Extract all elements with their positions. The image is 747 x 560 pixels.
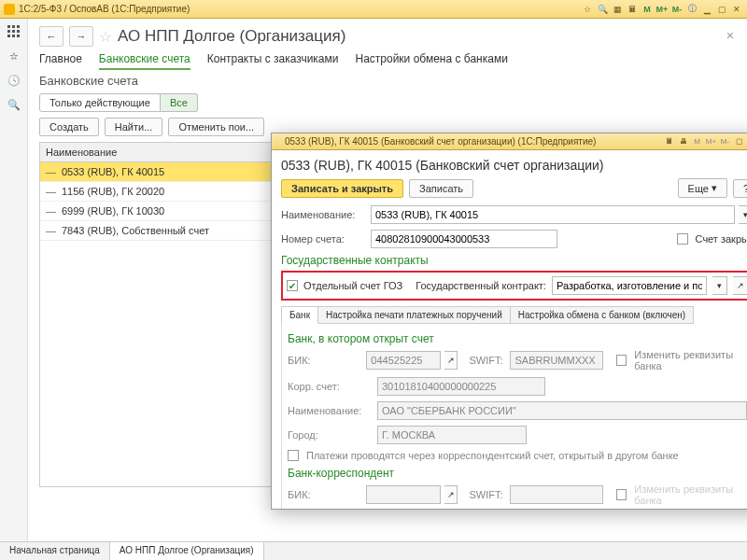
change-bank2-checkbox[interactable]: [616, 489, 627, 500]
titlebar-controls: ☆ 🔍 ▦ 🖩 M M+ M- ⓘ ▁ ▢ ✕: [581, 3, 743, 16]
svg-rect-2: [17, 25, 20, 28]
dialog-restore-icon[interactable]: ▢: [733, 135, 745, 147]
save-button[interactable]: Записать: [409, 179, 473, 198]
number-input[interactable]: [371, 230, 557, 248]
gov-contracts-title: Государственные контракты: [281, 254, 747, 267]
dialog-calc-icon[interactable]: 🖩: [663, 135, 675, 147]
page-star-icon[interactable]: ☆: [99, 28, 112, 46]
subtab-exchange[interactable]: Настройка обмена с банком (включен): [510, 306, 694, 324]
bank-name-input[interactable]: [377, 401, 747, 420]
grid-icon[interactable]: ▦: [611, 3, 624, 16]
history-icon[interactable]: 🕓: [7, 73, 21, 88]
city-input[interactable]: [377, 426, 527, 444]
more-label: Еще: [688, 183, 709, 194]
number-label: Номер счета:: [281, 233, 367, 245]
row-name: 6999 (RUB), ГК 10030: [62, 205, 164, 217]
filter-all[interactable]: Все: [161, 93, 198, 112]
apps-icon[interactable]: [7, 24, 21, 39]
dialog-icon: [275, 137, 285, 147]
svg-rect-4: [12, 30, 15, 33]
swift2-input[interactable]: [510, 485, 603, 504]
dialog-mplus-icon[interactable]: M+: [705, 135, 717, 147]
gov-highlight-box: Отдельный счет ГОЗ Государственный контр…: [281, 271, 747, 301]
swift2-label: SWIFT:: [469, 489, 502, 500]
closed-checkbox[interactable]: [677, 233, 688, 245]
star-icon[interactable]: ☆: [581, 3, 594, 16]
bottom-tabs: Начальная страница АО НПП Долгое (Органи…: [0, 541, 747, 560]
dialog-title: 0533 (RUB), ГК 40015 (Банковский счет ор…: [285, 136, 663, 147]
name-dropdown-button[interactable]: ▾: [739, 205, 747, 224]
korr-input[interactable]: [377, 377, 545, 396]
gov-contract-input[interactable]: [552, 276, 707, 295]
search-icon[interactable]: 🔍: [596, 3, 609, 16]
bik-select-button[interactable]: ↗: [444, 351, 458, 370]
svg-rect-0: [7, 25, 10, 28]
goz-label: Отдельный счет ГОЗ: [303, 280, 402, 291]
filter-active[interactable]: Только действующие: [39, 93, 161, 112]
more-button[interactable]: Еще ▾: [678, 178, 727, 198]
dialog-m-icon[interactable]: M: [691, 135, 703, 147]
m-icon[interactable]: M: [641, 3, 654, 16]
app-title: 1С:2/5-Ф3 / ОсповАВ (1С:Предприятие): [19, 4, 581, 14]
subtab-bank[interactable]: Банк: [281, 306, 318, 324]
dialog-print-icon[interactable]: 🖶: [677, 135, 689, 147]
favorite-icon[interactable]: ☆: [7, 49, 21, 63]
maximize-icon[interactable]: ▢: [715, 3, 728, 16]
section-subtitle: Банковские счета: [39, 74, 736, 88]
cancel-search-button[interactable]: Отменить пои...: [168, 118, 264, 136]
dialog-mminus-icon[interactable]: M-: [719, 135, 731, 147]
save-close-button[interactable]: Записать и закрыть: [281, 179, 403, 198]
dialog-heading: 0533 (RUB), ГК 40015 (Банковский счет ор…: [281, 158, 747, 173]
info-icon[interactable]: ⓘ: [685, 3, 698, 16]
bik-input[interactable]: [366, 351, 441, 370]
mplus-icon[interactable]: M+: [655, 3, 669, 16]
tab-main[interactable]: Главное: [39, 52, 82, 70]
main-tabs: Главное Банковские счета Контракты с зак…: [39, 52, 736, 70]
row-name: 1156 (RUB), ГК 20020: [62, 186, 164, 197]
page-close-button[interactable]: ×: [726, 28, 734, 43]
tab-bank-accounts[interactable]: Банковские счета: [99, 52, 190, 70]
corr-bank-title: Банк-корреспондент: [288, 467, 747, 480]
swift-label: SWIFT:: [469, 355, 502, 366]
dialog-titlebar[interactable]: 0533 (RUB), ГК 40015 (Банковский счет ор…: [272, 133, 747, 150]
goz-checkbox[interactable]: [287, 280, 298, 291]
bik2-input[interactable]: [366, 485, 441, 504]
calc-icon[interactable]: 🖩: [626, 3, 639, 16]
svg-rect-3: [7, 30, 10, 33]
minimize-icon[interactable]: ▁: [700, 3, 713, 16]
change-bank-link[interactable]: Изменить реквизиты банка: [634, 349, 747, 371]
chevron-down-icon: ▾: [712, 182, 717, 194]
name-input[interactable]: [371, 205, 735, 224]
name-label: Наименование:: [281, 209, 367, 220]
swift-input[interactable]: [510, 351, 603, 370]
find-icon[interactable]: 🔍: [7, 97, 21, 112]
via-corr-checkbox[interactable]: [288, 450, 299, 461]
svg-rect-7: [12, 35, 15, 37]
account-dialog: 0533 (RUB), ГК 40015 (Банковский счет ор…: [271, 133, 747, 510]
subtab-print[interactable]: Настройка печати платежных поручений: [317, 306, 511, 324]
bank-title: Банк, в котором открыт счет: [288, 332, 747, 345]
back-button[interactable]: ←: [39, 26, 63, 47]
row-name: 0533 (RUB), ГК 40015: [62, 166, 164, 177]
bik2-select-button[interactable]: ↗: [444, 485, 458, 504]
app-titlebar: 1С:2/5-Ф3 / ОсповАВ (1С:Предприятие) ☆ 🔍…: [0, 0, 747, 19]
closed-label: Счет закрыт: [696, 233, 747, 245]
tab-exchange[interactable]: Настройки обмена с банками: [355, 52, 507, 70]
svg-rect-1: [12, 25, 15, 28]
tab-contracts[interactable]: Контракты с заказчиками: [207, 52, 339, 70]
bik-label: БИК:: [288, 355, 362, 366]
svg-rect-8: [17, 35, 20, 37]
help-button[interactable]: ?: [733, 179, 747, 198]
forward-button[interactable]: →: [69, 26, 93, 47]
close-icon[interactable]: ✕: [730, 3, 743, 16]
bottom-tab-start[interactable]: Начальная страница: [0, 542, 110, 560]
find-button[interactable]: Найти...: [105, 118, 163, 136]
bottom-tab-org[interactable]: АО НПП Долгое (Организация): [110, 542, 264, 560]
mminus-icon[interactable]: M-: [670, 3, 684, 16]
gov-contract-select-button[interactable]: ▾: [712, 276, 727, 295]
bank-panel: Банк, в котором открыт счет БИК: ↗ SWIFT…: [281, 323, 747, 509]
create-button[interactable]: Создать: [39, 118, 99, 136]
change-bank-checkbox[interactable]: [616, 355, 627, 366]
row-name: 7843 (RUB), Собственный счет: [62, 225, 209, 236]
gov-contract-open-button[interactable]: ↗: [733, 276, 747, 295]
